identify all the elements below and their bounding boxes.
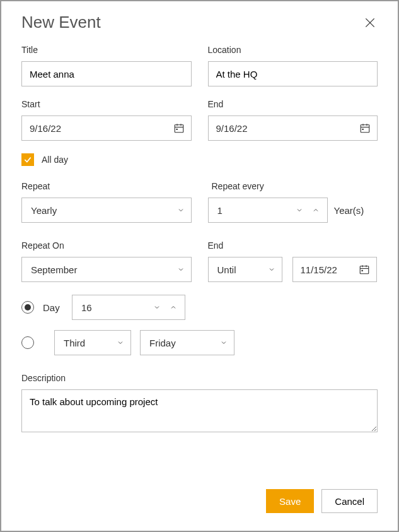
svg-rect-2	[175, 125, 183, 133]
svg-rect-12	[360, 266, 369, 274]
svg-rect-11	[362, 129, 364, 130]
end-date-value: 9/16/22	[216, 123, 248, 134]
spinner-up-button[interactable]	[312, 206, 320, 214]
end-label: End	[208, 99, 378, 109]
dialog-footer: Save Cancel	[266, 489, 378, 513]
allday-label: All day	[42, 155, 68, 165]
chevron-down-icon	[220, 339, 228, 346]
repeat-on-month-value: September	[31, 264, 77, 275]
day-number-spinner[interactable]: 16	[72, 295, 185, 320]
start-date-input[interactable]: 9/16/22	[21, 115, 192, 141]
start-date-value: 9/16/22	[30, 123, 61, 134]
weekday-select[interactable]: Friday	[140, 330, 234, 355]
ordinal-radio[interactable]	[21, 336, 34, 349]
repeat-label: Repeat	[21, 181, 192, 191]
ordinal-select[interactable]: Third	[54, 330, 131, 355]
day-radio-label: Day	[43, 302, 63, 313]
calendar-icon	[359, 122, 371, 134]
ordinal-value: Third	[64, 338, 85, 348]
end-date-input[interactable]: 9/16/22	[208, 115, 378, 141]
calendar-icon	[359, 264, 370, 275]
chevron-down-icon	[177, 266, 185, 273]
day-radio[interactable]	[21, 301, 34, 314]
recurrence-end-date-input[interactable]: 11/15/22	[292, 257, 377, 282]
close-button[interactable]	[362, 15, 378, 30]
chevron-down-icon	[177, 206, 185, 214]
allday-checkbox[interactable]	[21, 153, 34, 166]
description-label: Description	[21, 373, 378, 383]
title-input[interactable]	[21, 61, 192, 86]
new-event-dialog: New Event Title Location Start 9/16/22 E…	[0, 0, 399, 532]
chevron-down-icon	[268, 266, 275, 273]
repeat-on-month-select[interactable]: September	[21, 257, 192, 282]
recurrence-end-label: End	[208, 240, 378, 251]
recurrence-end-mode-value: Until	[217, 264, 236, 275]
chevron-up-icon	[312, 206, 320, 214]
location-input[interactable]	[208, 61, 378, 86]
repeat-on-label: Repeat On	[21, 240, 192, 251]
repeat-every-spinner[interactable]: 1	[208, 198, 328, 223]
close-icon	[364, 16, 376, 29]
chevron-down-icon	[153, 304, 161, 311]
repeat-every-unit: Year(s)	[328, 205, 364, 216]
description-textarea[interactable]	[21, 389, 378, 432]
dialog-header: New Event	[21, 13, 378, 32]
chevron-up-icon	[170, 304, 177, 311]
svg-rect-16	[361, 270, 362, 271]
svg-rect-6	[176, 129, 177, 130]
chevron-down-icon	[296, 206, 303, 214]
start-label: Start	[21, 99, 192, 109]
check-icon	[23, 155, 32, 164]
spinner-up-button[interactable]	[170, 304, 177, 311]
repeat-select[interactable]: Yearly	[21, 198, 192, 223]
cancel-button[interactable]: Cancel	[321, 489, 378, 513]
chevron-down-icon	[117, 339, 124, 346]
repeat-value: Yearly	[31, 205, 57, 216]
calendar-icon	[173, 122, 185, 134]
recurrence-end-mode-select[interactable]: Until	[208, 257, 282, 282]
repeat-every-label: Repeat every	[212, 181, 378, 191]
save-button[interactable]: Save	[266, 489, 314, 513]
spinner-down-button[interactable]	[153, 304, 161, 311]
day-number-value: 16	[72, 302, 153, 313]
location-label: Location	[208, 45, 378, 55]
spinner-down-button[interactable]	[296, 206, 303, 214]
repeat-every-value: 1	[209, 205, 296, 216]
svg-rect-7	[361, 125, 369, 133]
weekday-value: Friday	[149, 338, 176, 348]
title-label: Title	[21, 45, 192, 55]
recurrence-end-date-value: 11/15/22	[301, 264, 337, 275]
dialog-title: New Event	[21, 13, 101, 32]
